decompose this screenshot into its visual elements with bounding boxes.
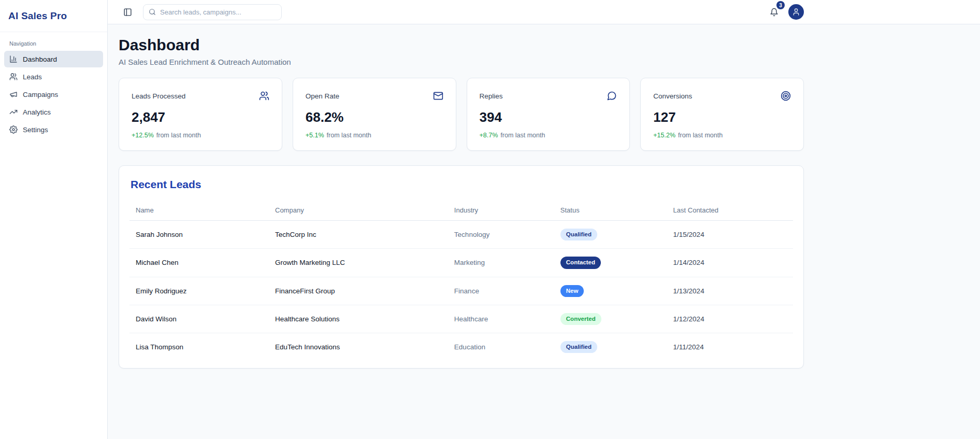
stat-card-replies: Replies 394 +8.7%from last month <box>467 78 630 151</box>
main: Dashboard AI Sales Lead Enrichment & Out… <box>108 24 980 439</box>
lead-industry: Finance <box>448 277 554 305</box>
users-icon <box>259 91 269 101</box>
stat-change-percent: +12.5% <box>132 132 154 139</box>
stat-card-open-rate: Open Rate 68.2% +5.1%from last month <box>293 78 456 151</box>
panel-left-icon <box>123 8 132 17</box>
mail-icon <box>433 91 443 101</box>
stat-change-note: from last month <box>156 132 201 139</box>
search-box <box>143 4 282 20</box>
nav-section-label: Navigation <box>4 37 103 51</box>
notification-badge: 3 <box>776 1 785 9</box>
lead-last-contacted: 1/12/2024 <box>667 305 793 333</box>
user-icon <box>792 8 800 16</box>
search-input[interactable] <box>160 8 276 16</box>
table-row: David Wilson Healthcare Solutions Health… <box>129 305 793 333</box>
sidebar-item-campaigns[interactable]: Campaigns <box>4 86 103 103</box>
stat-change: +12.5%from last month <box>132 132 269 139</box>
column-header-company: Company <box>269 201 448 221</box>
search-icon <box>149 8 156 16</box>
column-header-name: Name <box>129 201 269 221</box>
sidebar-header: AI Sales Pro <box>0 0 107 32</box>
bell-icon <box>770 8 779 17</box>
column-header-status: Status <box>554 201 667 221</box>
sidebar: AI Sales Pro Navigation Dashboard Leads <box>0 0 108 439</box>
stat-change-percent: +5.1% <box>306 132 324 139</box>
content-area: 3 Dashboard AI Sales Lead Enrichment & O… <box>108 0 980 439</box>
sidebar-item-label: Dashboard <box>23 55 57 63</box>
stat-card-conversions: Conversions 127 +15.2%from last month <box>640 78 804 151</box>
stat-label: Replies <box>480 92 503 100</box>
lead-name: Emily Rodriguez <box>129 277 269 305</box>
stat-change-note: from last month <box>500 132 545 139</box>
lead-company: FinanceFirst Group <box>269 277 448 305</box>
status-badge: Qualified <box>560 229 597 240</box>
app-logo: AI Sales Pro <box>8 10 67 22</box>
stat-change: +5.1%from last month <box>306 132 443 139</box>
users-icon <box>9 73 18 81</box>
app-root: AI Sales Pro Navigation Dashboard Leads <box>0 0 980 439</box>
recent-leads-title: Recent Leads <box>129 178 793 191</box>
stat-label: Open Rate <box>306 92 339 100</box>
status-badge: Qualified <box>560 341 597 353</box>
lead-name: David Wilson <box>129 305 269 333</box>
recent-leads-card: Recent Leads Name Company Industry Statu… <box>119 165 804 369</box>
stat-value: 2,847 <box>132 109 269 125</box>
lead-company: EduTech Innovations <box>269 333 448 361</box>
lead-name: Sarah Johnson <box>129 221 269 249</box>
lead-industry: Technology <box>448 221 554 249</box>
topbar-actions: 3 <box>767 4 804 20</box>
stat-change: +15.2%from last month <box>653 132 791 139</box>
table-row: Michael Chen Growth Marketing LLC Market… <box>129 249 793 277</box>
stat-change: +8.7%from last month <box>480 132 617 139</box>
trending-up-icon <box>9 108 18 116</box>
status-badge: Converted <box>560 313 601 325</box>
stat-change-percent: +15.2% <box>653 132 675 139</box>
stat-change-percent: +8.7% <box>480 132 498 139</box>
table-row: Lisa Thompson EduTech Innovations Educat… <box>129 333 793 361</box>
sidebar-item-dashboard[interactable]: Dashboard <box>4 51 103 67</box>
stat-card-leads-processed: Leads Processed 2,847 +12.5%from last mo… <box>119 78 282 151</box>
lead-company: Healthcare Solutions <box>269 305 448 333</box>
table-row: Emily Rodriguez FinanceFirst Group Finan… <box>129 277 793 305</box>
stat-value: 127 <box>653 109 791 125</box>
lead-industry: Education <box>448 333 554 361</box>
sidebar-item-settings[interactable]: Settings <box>4 121 103 138</box>
bar-chart-icon <box>9 55 18 63</box>
stat-change-note: from last month <box>678 132 723 139</box>
sidebar-toggle-button[interactable] <box>120 5 135 19</box>
stats-row: Leads Processed 2,847 +12.5%from last mo… <box>119 78 804 151</box>
megaphone-icon <box>9 90 18 98</box>
topbar: 3 <box>108 0 980 24</box>
status-badge: New <box>560 285 584 297</box>
user-avatar[interactable] <box>788 4 804 20</box>
sidebar-item-analytics[interactable]: Analytics <box>4 104 103 120</box>
gear-icon <box>9 125 18 134</box>
sidebar-item-label: Campaigns <box>23 91 58 98</box>
lead-industry: Marketing <box>448 249 554 277</box>
lead-company: Growth Marketing LLC <box>269 249 448 277</box>
sidebar-item-label: Analytics <box>23 108 51 116</box>
stat-label: Conversions <box>653 92 692 100</box>
status-badge: Contacted <box>560 257 601 268</box>
lead-last-contacted: 1/13/2024 <box>667 277 793 305</box>
lead-industry: Healthcare <box>448 305 554 333</box>
sidebar-item-label: Leads <box>23 73 42 81</box>
lead-last-contacted: 1/11/2024 <box>667 333 793 361</box>
sidebar-item-label: Settings <box>23 126 48 134</box>
stat-value: 394 <box>480 109 617 125</box>
target-icon <box>781 91 791 101</box>
sidebar-item-leads[interactable]: Leads <box>4 68 103 85</box>
lead-last-contacted: 1/15/2024 <box>667 221 793 249</box>
table-row: Sarah Johnson TechCorp Inc Technology Qu… <box>129 221 793 249</box>
stat-change-note: from last month <box>327 132 371 139</box>
stat-label: Leads Processed <box>132 92 185 100</box>
lead-name: Lisa Thompson <box>129 333 269 361</box>
lead-name: Michael Chen <box>129 249 269 277</box>
lead-last-contacted: 1/14/2024 <box>667 249 793 277</box>
chat-icon <box>607 91 617 101</box>
column-header-industry: Industry <box>448 201 554 221</box>
page-title: Dashboard <box>119 36 804 54</box>
column-header-last-contacted: Last Contacted <box>667 201 793 221</box>
page-subtitle: AI Sales Lead Enrichment & Outreach Auto… <box>119 58 804 66</box>
lead-company: TechCorp Inc <box>269 221 448 249</box>
